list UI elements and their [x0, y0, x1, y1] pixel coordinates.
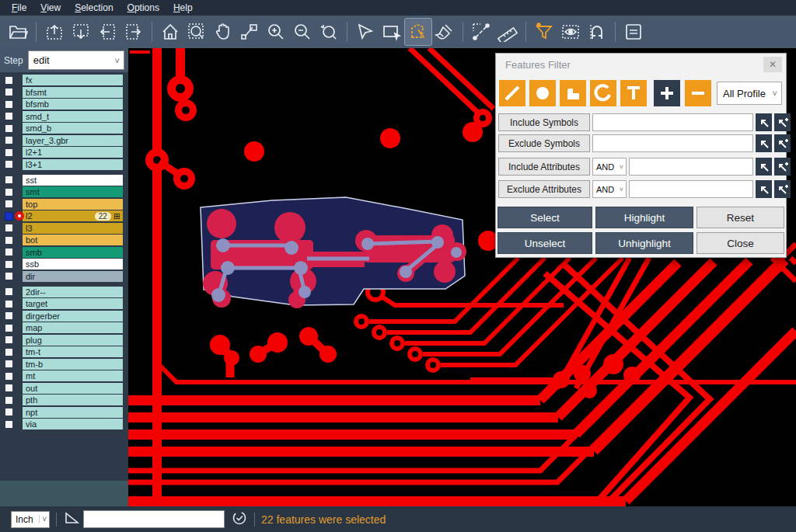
layer-name-cell[interactable]: ssb⊞: [23, 259, 123, 269]
layer-name-cell[interactable]: l222⊞: [23, 210, 123, 221]
menu-item[interactable]: View: [33, 1, 68, 15]
layer-visibility-checkbox[interactable]: [5, 360, 13, 368]
surfaces-filter-button[interactable]: [560, 80, 586, 106]
layer-row[interactable]: smb⊞: [0, 247, 128, 258]
rect-select-icon[interactable]: [379, 19, 405, 45]
layer-visibility-checkbox[interactable]: [5, 88, 13, 96]
layer-visibility-checkbox[interactable]: [5, 324, 13, 332]
zoom-out-icon[interactable]: [289, 19, 316, 45]
profile-select[interactable]: All Profile ˅: [717, 82, 782, 105]
pick-from-screen-icon[interactable]: [756, 113, 772, 131]
layer-row[interactable]: bot⊞: [0, 235, 128, 245]
layer-visibility-checkbox[interactable]: [5, 112, 13, 120]
layer-visibility-checkbox[interactable]: [5, 336, 13, 344]
layer-row[interactable]: npt⊞: [0, 407, 128, 418]
layer-name-cell[interactable]: mt⊞: [23, 370, 123, 381]
layer-name-cell[interactable]: l3+1⊞: [23, 159, 123, 170]
layer-visibility-checkbox[interactable]: [5, 136, 13, 144]
layer-visibility-checkbox[interactable]: [5, 396, 13, 405]
command-input[interactable]: [83, 510, 225, 528]
menu-item[interactable]: File: [5, 1, 33, 15]
layer-row[interactable]: fx⊞: [0, 75, 128, 85]
page-up-icon[interactable]: [41, 19, 68, 45]
pick-from-screen-icon[interactable]: [756, 158, 772, 176]
include-symbols-button[interactable]: Include Symbols: [498, 113, 590, 131]
corner-angle-icon[interactable]: [63, 510, 80, 529]
layer-visibility-checkbox[interactable]: [5, 311, 13, 320]
layer-row[interactable]: smd_b⊞: [0, 123, 128, 134]
select-button[interactable]: Select: [498, 207, 592, 228]
pick-from-screen-icon[interactable]: [756, 180, 772, 198]
layer-row[interactable]: via⊞: [0, 419, 128, 429]
reset-button[interactable]: Reset: [696, 207, 784, 228]
layer-name-cell[interactable]: tm-b⊞: [23, 359, 123, 370]
layer-row[interactable]: 2dir--⊞: [0, 287, 128, 297]
zoom-previous-icon[interactable]: [316, 19, 342, 45]
measure-points-icon[interactable]: [468, 19, 494, 45]
unit-select[interactable]: Inch ˅: [11, 511, 50, 528]
layer-row[interactable]: ssb⊞: [0, 259, 128, 269]
layer-visibility-checkbox[interactable]: [5, 372, 13, 381]
close-button[interactable]: Close: [696, 232, 784, 254]
page-down-icon[interactable]: [68, 19, 94, 45]
sync-check-icon[interactable]: [231, 509, 248, 530]
layer-row[interactable]: layer_3.gbr⊞: [0, 135, 128, 146]
layer-row[interactable]: l222⊞: [0, 210, 128, 221]
layer-name-cell[interactable]: layer_3.gbr⊞: [23, 135, 123, 146]
pan-hand-icon[interactable]: [210, 19, 236, 45]
unhighlight-button[interactable]: Unhighlight: [595, 232, 693, 254]
layer-row[interactable]: smt⊞: [0, 186, 128, 197]
layer-visibility-checkbox[interactable]: [5, 236, 13, 245]
layer-row[interactable]: dir⊞: [0, 271, 128, 282]
layer-row[interactable]: sst⊞: [0, 175, 128, 186]
home-icon[interactable]: [157, 19, 183, 45]
layer-visibility-checkbox[interactable]: [5, 287, 13, 296]
layer-visibility-checkbox[interactable]: [5, 384, 13, 392]
menu-item[interactable]: Help: [166, 1, 200, 15]
snap-magnet-icon[interactable]: [584, 19, 610, 45]
pick-add-from-screen-icon[interactable]: [774, 134, 791, 152]
layer-visibility-checkbox[interactable]: [5, 200, 13, 208]
exclude-attributes-button[interactable]: Exclude Attributes: [498, 180, 590, 198]
arcs-filter-button[interactable]: [590, 80, 616, 106]
layer-name-cell[interactable]: via⊞: [23, 419, 123, 429]
layer-row[interactable]: tm-t⊞: [0, 346, 128, 357]
menu-item[interactable]: Selection: [68, 1, 120, 15]
layer-visibility-checkbox[interactable]: [5, 408, 13, 416]
remove-mode-button[interactable]: [685, 80, 711, 106]
exclude-symbols-input[interactable]: [592, 134, 753, 152]
layer-name-cell[interactable]: l2+1⊞: [23, 147, 123, 158]
include-attributes-input[interactable]: [629, 158, 753, 176]
layer-name-cell[interactable]: npt⊞: [23, 407, 123, 418]
zoom-area-icon[interactable]: [183, 19, 210, 45]
measure-ruler-icon[interactable]: [494, 19, 521, 45]
layer-name-cell[interactable]: smd_t⊞: [23, 111, 123, 122]
layer-name-cell[interactable]: smb⊞: [23, 247, 123, 258]
layer-visibility-checkbox[interactable]: [5, 160, 13, 169]
select-pointer-icon[interactable]: [352, 19, 379, 45]
layer-row[interactable]: plug⊞: [0, 335, 128, 346]
layer-row[interactable]: bfsmt⊞: [0, 87, 128, 98]
features-filter-icon[interactable]: [531, 19, 557, 45]
layer-row[interactable]: mt⊞: [0, 370, 128, 381]
view-options-icon[interactable]: [557, 19, 584, 45]
menu-item[interactable]: Options: [120, 1, 166, 15]
layer-name-cell[interactable]: dir⊞: [23, 271, 123, 282]
add-mode-button[interactable]: [654, 80, 680, 106]
layer-row[interactable]: l3+1⊞: [0, 159, 128, 170]
layer-name-cell[interactable]: plug⊞: [23, 335, 123, 346]
layer-name-cell[interactable]: out⊞: [23, 383, 123, 394]
layer-visibility-checkbox[interactable]: [5, 212, 13, 221]
include-symbols-input[interactable]: [592, 113, 753, 131]
layer-name-cell[interactable]: 2dir--⊞: [23, 287, 123, 297]
layer-row[interactable]: map⊞: [0, 322, 128, 333]
step-select[interactable]: edit ˅: [28, 50, 124, 70]
layer-visibility-checkbox[interactable]: [5, 148, 13, 157]
pick-add-from-screen-icon[interactable]: [774, 180, 791, 198]
layer-row[interactable]: dirgerber⊞: [0, 311, 128, 322]
layer-visibility-checkbox[interactable]: [5, 348, 13, 356]
exclude-attributes-and-select[interactable]: AND˅: [592, 180, 627, 198]
layer-name-cell[interactable]: dirgerber⊞: [23, 311, 123, 322]
layer-visibility-checkbox[interactable]: [5, 300, 13, 308]
open-file-icon[interactable]: [5, 19, 31, 45]
